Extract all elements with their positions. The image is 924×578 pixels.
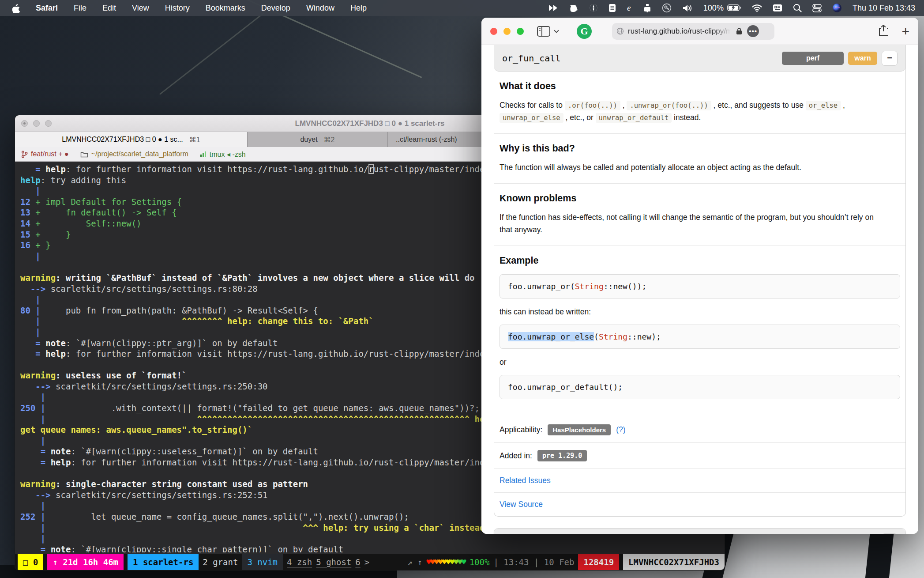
git-branch-status: feat/rust + ●	[21, 150, 69, 158]
more-options-icon[interactable]: •••	[747, 25, 759, 37]
code-type-token: String	[575, 282, 604, 291]
tmux-prompt-char: >	[364, 557, 369, 567]
tmux-active-window: 1 scarlet-rs	[128, 554, 199, 570]
terminal-tab-2[interactable]: duyet⌘2	[248, 132, 388, 147]
menu-bar-clock[interactable]: Thu 10 Feb 13:43	[853, 4, 915, 13]
spotlight-icon[interactable]	[793, 4, 802, 12]
menu-item-develop[interactable]: Develop	[261, 4, 290, 13]
lint-level-badge: warn	[848, 52, 877, 65]
menu-item-safari[interactable]: Safari	[36, 4, 58, 13]
inline-code: .unwrap_or(foo(..))	[627, 101, 711, 110]
chevron-down-icon	[554, 30, 559, 33]
menu-item-bookmarks[interactable]: Bookmarks	[206, 4, 245, 13]
example-section: Example foo.unwrap_or(String::new()); th…	[494, 246, 905, 417]
tmux-battery-percent: 100%	[470, 557, 490, 567]
added-in-label: Added in:	[500, 451, 532, 461]
desktop: SafariFileEditViewHistoryBookmarksDevelo…	[0, 0, 924, 578]
tab-shortcut: ⌘1	[189, 136, 200, 144]
battery-status[interactable]: 100%	[703, 4, 741, 13]
url-text[interactable]: rust-lang.github.io/rust-clippy/m	[628, 27, 732, 36]
tmux-window-5[interactable]: 5 ghost	[316, 557, 351, 567]
script-e-icon[interactable]: e	[627, 4, 633, 12]
zoom-button[interactable]	[517, 28, 524, 35]
section-body: Checks for calls to .or(foo(..)) , .unwr…	[500, 99, 879, 124]
lint-header[interactable]: or_fun_call perf warn −	[494, 45, 905, 72]
animal-icon[interactable]	[569, 4, 578, 12]
menu-item-help[interactable]: Help	[350, 4, 367, 13]
menu-item-history[interactable]: History	[165, 4, 190, 13]
example-text: or	[500, 358, 900, 367]
tmux-pid-badge: 128419	[578, 554, 619, 570]
tab-label: duyet	[300, 136, 317, 144]
battery-percent: 100%	[703, 4, 724, 13]
menu-item-window[interactable]: Window	[306, 4, 334, 13]
section-heading: Why is this bad?	[500, 143, 900, 154]
section-heading: Example	[500, 255, 900, 266]
menu-item-view[interactable]: View	[132, 4, 149, 13]
siri-icon[interactable]	[832, 3, 842, 13]
svg-text:e: e	[627, 4, 631, 12]
inline-code: unwrap_or_default	[596, 113, 672, 123]
inline-code: unwrap_or_else	[500, 113, 563, 123]
tab-label: LMVNHCC02X71XFJHD3 □ 0 ● 1 sc...	[62, 136, 183, 144]
shell-indicator: tmux ◂ -zsh	[200, 150, 246, 159]
tmux-hostname-badge: LMVNHCC02X71XFJHD3	[623, 554, 725, 570]
what-it-does-section: What it does Checks for calls to .or(foo…	[494, 72, 905, 133]
tmux-window-2[interactable]: 2 grant	[203, 557, 238, 567]
menu-item-file[interactable]: File	[74, 4, 86, 13]
close-button[interactable]	[490, 28, 497, 35]
menu-item-edit[interactable]: Edit	[102, 4, 116, 13]
terminal-tab-1[interactable]: LMVNHCC02X71XFJHD3 □ 0 ● 1 sc...⌘1	[15, 132, 248, 147]
tmux-session-badge: □ 0	[18, 554, 43, 570]
menu-items: SafariFileEditViewHistoryBookmarksDevelo…	[36, 4, 367, 13]
example-text: this can instead be written:	[500, 307, 900, 317]
input-source-icon[interactable]	[773, 4, 782, 12]
fast-forward-icon[interactable]	[548, 4, 558, 12]
grammarly-extension-icon[interactable]: G	[577, 24, 592, 39]
code-block: foo.unwrap_or(String::new());	[500, 274, 900, 298]
related-issues-link[interactable]: Related Issues	[500, 476, 551, 485]
view-source-row: View Source	[494, 492, 905, 516]
control-center-icon[interactable]	[812, 4, 822, 13]
applicability-label: Applicability:	[500, 425, 542, 434]
tab-label: ..ct/learn-rust (-zsh)	[396, 136, 457, 144]
lint-group-badge: perf	[782, 52, 844, 65]
page-content: or_fun_call perf warn − What it does Che…	[481, 45, 918, 534]
collapse-button[interactable]: −	[882, 51, 898, 66]
minimize-button[interactable]	[503, 28, 511, 35]
code-block: foo.unwrap_or_else(String::new);	[500, 325, 900, 349]
code-block: foo.unwrap_or_default();	[500, 375, 900, 399]
notes-icon[interactable]	[608, 4, 616, 12]
tmux-uptime-badge: ↑ 21d 16h 46m	[47, 554, 124, 570]
share-button[interactable]	[879, 25, 888, 38]
apple-menu-icon[interactable]	[11, 3, 20, 13]
tmux-window-4[interactable]: 4 zsh	[287, 557, 312, 567]
tmux-window-6[interactable]: 6	[355, 557, 360, 567]
tmux-clock: | 13:43 | 10 Feb	[493, 557, 574, 567]
address-bar[interactable]: rust-lang.github.io/rust-clippy/m •••	[612, 23, 774, 40]
section-body: If the function has side-effects, not ca…	[500, 211, 879, 236]
lint-header[interactable]: unnecessary_lazy_evaluations style warn …	[494, 529, 905, 534]
sidebar-toggle-button[interactable]	[537, 26, 559, 37]
globe-icon[interactable]	[589, 4, 598, 12]
code-type-token: String	[599, 332, 627, 341]
lint-panel-unnecessary-lazy-evaluations: unnecessary_lazy_evaluations style warn …	[494, 528, 906, 534]
keychain-icon[interactable]	[662, 3, 672, 13]
volume-icon[interactable]	[682, 4, 693, 12]
selected-code-text: foo.unwrap_or_else	[508, 332, 594, 341]
drive-icon[interactable]	[643, 4, 651, 12]
view-source-link[interactable]: View Source	[500, 500, 543, 509]
expand-button[interactable]: +	[882, 533, 898, 534]
why-is-this-bad-section: Why is this bad? The function will alway…	[494, 133, 905, 183]
tmux-status-bar: □ 0↑ 21d 16h 46m1 scarlet-rs2 grant3 nvi…	[15, 554, 725, 570]
new-tab-button[interactable]: +	[901, 25, 909, 38]
website-globe-icon	[616, 27, 624, 35]
working-directory: ~/project/scarlet_data_platform	[80, 150, 188, 158]
wifi-icon[interactable]	[752, 4, 762, 12]
section-heading: Known problems	[500, 193, 900, 204]
applicability-help-link[interactable]: (?)	[616, 425, 625, 434]
added-in-row: Added in: pre 1.29.0	[494, 442, 905, 468]
lock-icon	[736, 27, 742, 35]
version-badge: pre 1.29.0	[537, 450, 587, 461]
known-problems-section: Known problems If the function has side-…	[494, 183, 905, 246]
